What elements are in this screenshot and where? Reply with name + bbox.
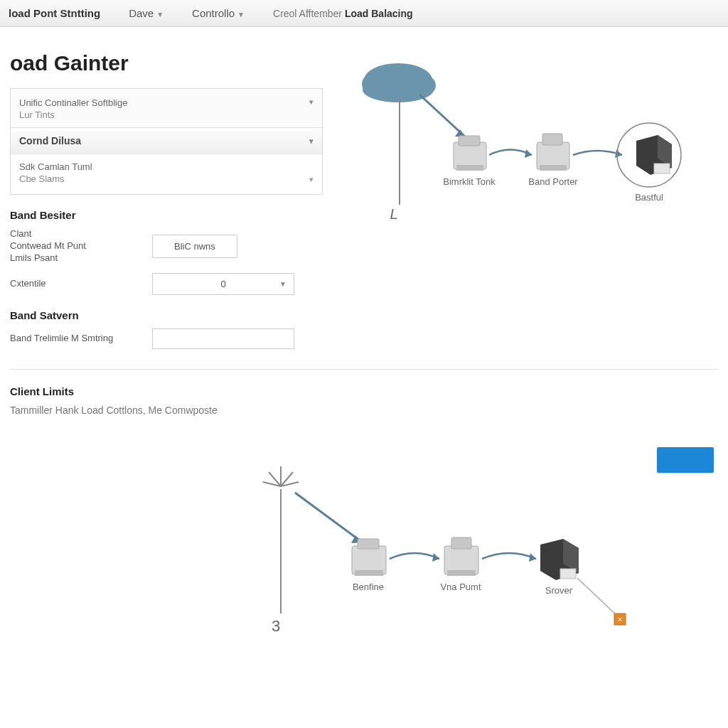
nav-item-load-pont[interactable]: load Pont Stntting [9,7,100,19]
svg-rect-28 [447,570,476,576]
svg-rect-24 [355,570,383,576]
nav-item-controllo[interactable]: Controllo▼ [192,7,245,19]
node-label: Srover [545,585,573,596]
dropdown-icon: ▼ [156,11,164,18]
form-label: Clant Contwead Mt Punt Lmils Psant [10,228,152,264]
form-row-cxtentile: Cxtentile 0 ▼ [10,273,323,295]
accordion-title: Cornd Dilusa [19,135,81,146]
select-value: 0 [220,279,225,289]
svg-rect-15 [654,164,670,173]
form-label: Band Trelimlie M Smtring [10,333,152,345]
band-savern-heading: Band Satvern [10,309,323,321]
antenna-label: 3 [272,617,280,635]
blic-button[interactable]: BliC nwns [152,235,237,258]
collapse-icon: ▾ [309,97,314,107]
divider [10,369,718,370]
settings-panel: Unific Continaller Softblige Lur Tints ▾… [10,88,323,349]
node-label: Bimrklit Tonk [443,176,496,187]
svg-marker-29 [529,553,536,562]
node-benfine [352,539,386,576]
accordion-line: Unific Continaller Softblige [19,96,314,109]
primary-action-button[interactable] [657,447,714,473]
node-label: Benfine [353,582,384,592]
svg-rect-27 [451,537,471,549]
svg-rect-23 [358,539,379,549]
svg-text:×: × [618,615,622,623]
cloud-icon [362,63,436,102]
accordion-line: Cbe Slams▾ [19,173,314,184]
svg-marker-12 [615,149,622,158]
connector-line [577,578,619,617]
accordion-body-2: Sdk Camlan Tuml Cbe Slams▾ [11,154,322,194]
node-label: Bastful [635,192,663,203]
svg-rect-10 [542,134,562,145]
node-vna-pumt [444,537,478,576]
svg-rect-6 [459,136,480,146]
accordion-line: Lur Tints [19,109,314,120]
accordion-line: Sdk Camlan Tuml [19,160,314,173]
form-row-trelimlie: Band Trelimlie M Smtring [10,328,323,349]
arrow [419,95,466,137]
dropdown-icon: ▼ [237,11,245,18]
breadcrumb: Creol Afftember Load Balacing [273,8,413,19]
accordion-header-1[interactable]: Unific Continaller Softblige Lur Tints ▾ [11,89,322,128]
nav-item-dave[interactable]: Dave▼ [129,7,164,19]
svg-rect-32 [560,569,576,579]
chevron-down-icon: ▼ [279,280,287,288]
antenna-label: L [390,206,397,222]
form-label: Cxtentile [10,278,152,290]
antenna-icon [263,466,299,486]
form-row-client: Clant Contwead Mt Punt Lmils Psant BliC … [10,228,323,264]
svg-rect-7 [456,165,483,171]
node-label: Vna Pumt [440,582,481,592]
collapse-icon: ▾ [309,136,314,146]
top-nav-bar: load Pont Stntting Dave▼ Controllo▼ Creo… [0,0,728,27]
node-srover [540,539,579,580]
accordion-header-2[interactable]: Cornd Dilusa ▾ [11,128,322,154]
diagram-bottom: 3 Benfine Vna Pumt [213,454,668,653]
client-limits-heading: Client Limits [10,385,718,397]
accordion-group-1: Unific Continaller Softblige Lur Tints ▾… [10,88,323,195]
band-besiter-heading: Band Besiter [10,209,323,221]
node-bastful [636,135,672,175]
node-bimrklit [454,136,486,171]
cxtentile-select[interactable]: 0 ▼ [152,273,294,295]
diagram-top: L Bimrklit Tonk Band Porter [320,55,711,233]
client-limits-desc: Tammiller Hank Load Cottlons, Me Comwpos… [10,405,718,416]
node-label: Band Porter [528,176,578,187]
node-band-porter [537,134,569,171]
svg-rect-11 [540,165,567,171]
trelimlie-input[interactable] [152,328,294,349]
